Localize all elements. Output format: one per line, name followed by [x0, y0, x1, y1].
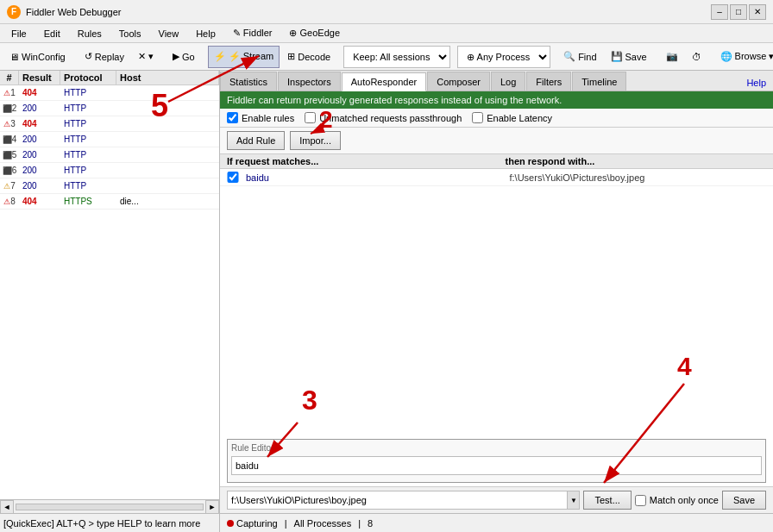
status-bar: [QuickExec] ALT+Q > type HELP to learn m…	[0, 513, 773, 532]
rule-save-button[interactable]: Save	[722, 491, 766, 510]
stream-icon: ⚡	[214, 51, 226, 62]
process-dropdown[interactable]: ⊕ Any Process	[457, 46, 550, 68]
menu-file[interactable]: File	[3, 26, 35, 41]
capturing-label: Capturing	[236, 518, 278, 529]
table-row[interactable]: ⬛4 200 HTTP	[0, 132, 219, 147]
col-respond: then respond with...	[488, 156, 767, 166]
find-button[interactable]: 🔍 Find	[557, 46, 602, 68]
go-button[interactable]: ▶ Go	[167, 46, 201, 68]
scroll-left[interactable]: ◄	[0, 500, 14, 514]
replay-icon: ↺	[85, 51, 92, 62]
rule-checkbox[interactable]	[227, 172, 239, 183]
enable-rules-input[interactable]	[227, 112, 238, 123]
options-bar: Enable rules Unmatched requests passthro…	[220, 109, 773, 128]
import-button[interactable]: Impor...	[290, 131, 341, 150]
tab-autoresponder[interactable]: AutoResponder	[342, 72, 426, 91]
maximize-button[interactable]: □	[730, 4, 747, 20]
tab-timeline[interactable]: Timeline	[572, 72, 626, 91]
keep-sessions-dropdown[interactable]: Keep: All sessions	[343, 46, 450, 68]
add-rule-button[interactable]: Add Rule	[227, 131, 285, 150]
tab-filters[interactable]: Filters	[526, 72, 571, 91]
status-left: [QuickExec] ALT+Q > type HELP to learn m…	[0, 514, 220, 532]
rule-respond: f:\Users\YukiO\Pictures\boy.jpeg	[510, 172, 767, 183]
table-row[interactable]: ⬛6 200 HTTP	[0, 163, 219, 178]
col-result: Result	[19, 71, 60, 84]
stream-button[interactable]: ⚡ ⚡ Stream	[208, 46, 280, 68]
enable-latency-input[interactable]	[472, 112, 483, 123]
go-icon: ▶	[173, 51, 179, 62]
session-count: 8	[368, 518, 373, 529]
table-row[interactable]: ⚠3 404 HTTP	[0, 116, 219, 132]
enable-rules-checkbox[interactable]: Enable rules	[227, 112, 294, 123]
session-header: # Result Protocol Host	[0, 71, 219, 85]
capture-indicator	[227, 520, 234, 527]
tab-composer[interactable]: Composer	[427, 72, 490, 91]
action-bar: Add Rule Impor...	[220, 128, 773, 154]
window-title: Fiddler Web Debugger	[26, 7, 121, 17]
menu-bar: File Edit Rules Tools View Help ✎ Fiddle…	[0, 24, 773, 43]
unmatched-passthrough-checkbox[interactable]: Unmatched requests passthrough	[305, 112, 462, 123]
menu-tools[interactable]: Tools	[111, 26, 149, 41]
file-input-container: ▼	[227, 491, 580, 510]
rule-editor: Rule Editor	[227, 439, 766, 483]
rule-match: baidu	[246, 172, 503, 183]
rules-header: If request matches... then respond with.…	[220, 154, 773, 169]
title-bar: F Fiddler Web Debugger – □ ✕	[0, 0, 773, 24]
menu-help[interactable]: Help	[188, 26, 223, 41]
table-row[interactable]: ⚠7 200 HTTP	[0, 178, 219, 194]
remove-button[interactable]: ✕ ▾	[132, 46, 160, 68]
save-icon: 💾	[611, 51, 623, 62]
list-item[interactable]: baidu f:\Users\YukiO\Pictures\boy.jpeg	[220, 169, 773, 186]
table-row[interactable]: ⬛5 200 HTTP	[0, 147, 219, 163]
minimize-button[interactable]: –	[711, 4, 728, 20]
match-once-checkbox[interactable]: Match only once	[635, 495, 719, 506]
menu-geoedge[interactable]: ⊕ GeoEdge	[281, 25, 348, 41]
browse-icon: 🌐	[720, 51, 732, 62]
menu-edit[interactable]: Edit	[36, 26, 68, 41]
tab-statistics[interactable]: Statistics	[220, 72, 277, 91]
separator-status2: |	[358, 518, 361, 529]
menu-view[interactable]: View	[151, 26, 187, 41]
table-row[interactable]: ⬛2 200 HTTP	[0, 101, 219, 116]
close-button[interactable]: ✕	[749, 4, 766, 20]
col-protocol: Protocol	[60, 71, 116, 84]
file-path-input[interactable]	[228, 495, 567, 505]
rule-editor-label: Rule Editor	[231, 443, 762, 453]
right-panel: Statistics Inspectors AutoResponder Comp…	[220, 71, 773, 513]
table-row[interactable]: ⚠8 404 HTTPS die...	[0, 194, 219, 210]
toolbar: 🖥 WinConfig ↺ Replay ✕ ▾ ▶ Go ⚡ ⚡ Stream…	[0, 43, 773, 71]
decode-button[interactable]: ⊞ Decode	[281, 46, 336, 68]
unmatched-passthrough-input[interactable]	[305, 112, 316, 123]
save-button[interactable]: 💾 Save	[605, 46, 653, 68]
remove-icon: ✕	[138, 51, 146, 62]
session-list: # Result Protocol Host ⚠1 404 HTTP ⬛2 20…	[0, 71, 220, 513]
tab-bar: Statistics Inspectors AutoResponder Comp…	[220, 71, 773, 91]
main-container: # Result Protocol Host ⚠1 404 HTTP ⬛2 20…	[0, 71, 773, 513]
tab-inspectors[interactable]: Inspectors	[278, 72, 341, 91]
scroll-right[interactable]: ►	[205, 500, 219, 514]
session-scrollbar[interactable]: ◄ ►	[0, 499, 219, 513]
file-dropdown-button[interactable]: ▼	[567, 491, 579, 509]
menu-fiddler[interactable]: ✎ Fiddler	[225, 25, 280, 41]
timer-button[interactable]: ⏱	[686, 46, 707, 68]
quickexec-text: [QuickExec] ALT+Q > type HELP to learn m…	[3, 518, 200, 529]
menu-rules[interactable]: Rules	[70, 26, 110, 41]
table-row[interactable]: ⚠1 404 HTTP	[0, 85, 219, 101]
col-match: If request matches...	[227, 156, 488, 166]
capturing-badge[interactable]: Capturing	[227, 518, 278, 529]
bottom-row: ▼ Test... Match only once Save	[220, 486, 773, 513]
match-once-label: Match only once	[650, 495, 719, 505]
winconfig-icon: 🖥	[9, 52, 19, 62]
timer-icon: ⏱	[692, 52, 701, 62]
rule-editor-match-input[interactable]	[231, 456, 762, 475]
enable-latency-checkbox[interactable]: Enable Latency	[472, 112, 552, 123]
replay-button[interactable]: ↺ Replay	[79, 46, 130, 68]
match-once-input[interactable]	[635, 495, 646, 506]
winconfig-button[interactable]: 🖥 WinConfig	[3, 46, 72, 68]
browse-button[interactable]: 🌐 Browse ▾	[714, 46, 773, 68]
scrollbar-track[interactable]	[16, 504, 204, 510]
screenshot-button[interactable]: 📷	[660, 46, 684, 68]
tab-log[interactable]: Log	[491, 72, 525, 91]
help-link[interactable]: Help	[739, 75, 773, 91]
test-button[interactable]: Test...	[583, 491, 631, 510]
